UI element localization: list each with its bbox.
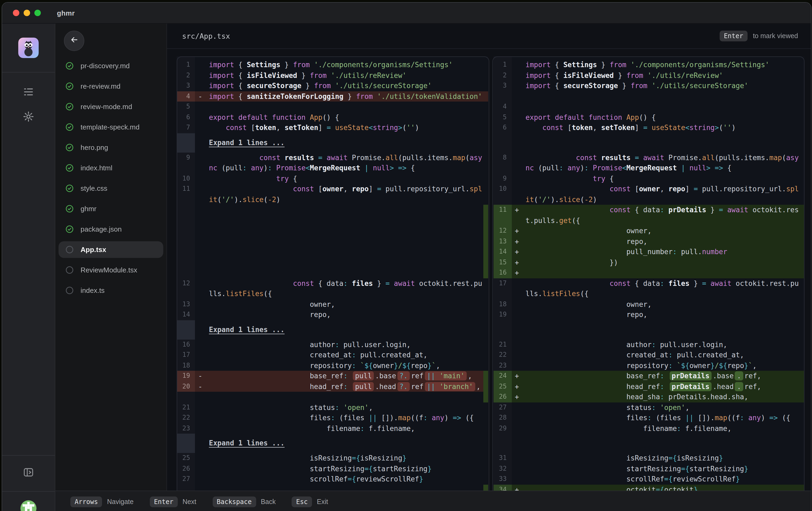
account-avatar[interactable] <box>21 500 36 511</box>
file-item[interactable]: index.ts <box>59 282 163 299</box>
pane-gap <box>488 247 493 257</box>
marker <box>512 350 525 360</box>
file-item[interactable]: style.css <box>59 180 163 197</box>
file-item[interactable]: pr-discovery.md <box>59 57 163 74</box>
diff-row <box>177 56 805 60</box>
pane-gap <box>488 310 493 320</box>
old-line-number: 26 <box>177 463 195 474</box>
file-item[interactable]: index.html <box>59 160 163 176</box>
old-line-number <box>177 257 195 267</box>
key-badge: Arrows <box>70 496 102 507</box>
marker <box>512 310 525 320</box>
added-marker: + <box>512 257 525 267</box>
old-code-line: scrollRef={reviewScrollRef} <box>195 474 488 484</box>
file-item[interactable]: template-speck.md <box>59 119 163 135</box>
diff-row: 23 filename: f.filename,29 filename: f.f… <box>177 423 805 434</box>
left-rail <box>2 24 55 511</box>
new-line-number: 26 <box>493 392 512 402</box>
marker <box>195 453 209 463</box>
new-line-number: 1 <box>493 60 512 70</box>
file-item[interactable]: review-mode.md <box>59 98 163 115</box>
diff-row: 26 startResizing={startResizing}32 start… <box>177 463 805 474</box>
diff-row: 15+ }) <box>177 257 805 267</box>
new-code-line: + head_sha: prDetails.head.sha, <box>512 392 805 402</box>
added-marker: + <box>512 226 525 236</box>
file-name: style.css <box>81 184 108 192</box>
expand-lines-link[interactable]: Expand 1 lines ... <box>209 138 285 148</box>
file-item[interactable]: package.json <box>59 221 163 237</box>
pane-gap <box>488 133 493 152</box>
new-line-number: 19 <box>493 310 512 320</box>
new-code-line <box>512 320 805 339</box>
old-code-line: status: 'open', <box>195 402 488 413</box>
diff-row: 10 try {9 try { <box>177 173 805 184</box>
close-button[interactable] <box>13 10 19 16</box>
removed-marker: - <box>195 381 209 392</box>
diff-row: Expand 1 lines ... <box>177 133 805 152</box>
marker <box>195 463 209 474</box>
marker <box>195 173 209 184</box>
review-list-button[interactable] <box>17 82 40 104</box>
new-line-number: 33 <box>493 474 512 484</box>
settings-button[interactable] <box>17 107 40 129</box>
diff-row: 3import { secureStorage } from './utils/… <box>177 81 805 91</box>
old-line-number <box>177 56 195 60</box>
old-code-line: isResizing={isResizing} <box>195 453 488 463</box>
old-line-number: 2 <box>177 70 195 81</box>
marker <box>195 257 209 267</box>
new-line-number: 21 <box>493 339 512 350</box>
file-name: index.ts <box>81 286 105 294</box>
marker <box>195 278 209 299</box>
new-line-number: 13 <box>493 236 512 247</box>
expand-lines-link[interactable]: Expand 1 lines ... <box>209 324 285 335</box>
file-name: ReviewModule.tsx <box>81 266 137 274</box>
shortcut: BackspaceBack <box>212 496 276 507</box>
old-code-line <box>195 226 488 236</box>
new-line-number: 24 <box>493 371 512 381</box>
marker <box>512 60 525 70</box>
file-item[interactable]: ReviewModule.tsx <box>59 262 163 278</box>
sidebar-toggle-button[interactable] <box>17 463 40 484</box>
new-line-number: 8 <box>493 152 512 173</box>
app-logo-icon[interactable] <box>18 38 39 58</box>
marker <box>195 226 209 236</box>
file-name: pr-discovery.md <box>81 62 130 70</box>
new-code-line: import { isFileViewed } from './utils/re… <box>512 70 805 81</box>
old-code-line: - head_ref: pull.head?.ref|| 'branch', <box>195 381 488 392</box>
old-line-number: 18 <box>177 360 195 371</box>
back-button[interactable] <box>64 31 84 51</box>
file-name: review-mode.md <box>81 103 132 111</box>
mark-viewed-hint: to mark viewed <box>753 32 798 40</box>
marker <box>512 152 525 173</box>
word-added-highlight: prDetails <box>669 371 712 380</box>
old-code-line <box>195 102 488 112</box>
marker <box>512 360 525 371</box>
unviewed-circle-icon <box>65 246 74 254</box>
new-line-number: 29 <box>493 423 512 434</box>
file-item[interactable]: ghmr <box>59 200 163 217</box>
new-line-number: 11 <box>493 205 512 226</box>
new-line-number: 32 <box>493 463 512 474</box>
pane-gap <box>488 339 493 350</box>
pane-gap <box>488 463 493 474</box>
new-code-line: repo, <box>512 310 805 320</box>
new-line-number: 28 <box>493 413 512 423</box>
file-item[interactable]: App.tsx <box>59 241 163 258</box>
new-code-line: const { data: files } = await octokit.re… <box>512 278 805 299</box>
file-panel: pr-discovery.mdre-review.mdreview-mode.m… <box>55 24 167 511</box>
word-added-highlight: . <box>735 382 743 391</box>
added-marker: + <box>512 267 525 278</box>
old-line-number: 21 <box>177 402 195 413</box>
expand-lines-link[interactable]: Expand 1 lines ... <box>209 438 285 449</box>
minimize-button[interactable] <box>24 10 30 16</box>
viewed-check-icon <box>65 225 74 233</box>
diff-table: 1import { Settings } from './components/… <box>177 56 805 505</box>
new-code-line: created_at: pull.created_at, <box>512 350 805 360</box>
file-item[interactable]: hero.png <box>59 139 163 156</box>
diff-row: 17 created_at: pull.created_at,22 create… <box>177 350 805 360</box>
file-item[interactable]: re-review.md <box>59 78 163 94</box>
zoom-button[interactable] <box>34 10 41 16</box>
new-code-line: scrollRef={reviewScrollRef} <box>512 474 805 484</box>
old-line-number: 22 <box>177 413 195 423</box>
new-code-line: status: 'open', <box>512 402 805 413</box>
